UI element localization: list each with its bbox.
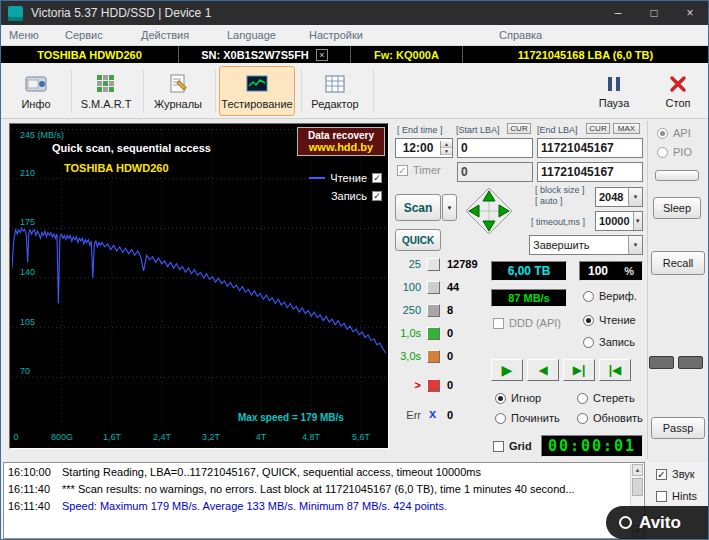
grid-checkbox-row[interactable]: Grid bbox=[493, 440, 532, 452]
start-lba-cur-button[interactable]: CUR bbox=[507, 123, 531, 134]
timeout-label: [ timeout,ms ] bbox=[531, 217, 585, 227]
x-tick-label: 2,4T bbox=[153, 432, 171, 442]
log-row: 16:11:40 Speed: Maximum 179 MB/s. Averag… bbox=[4, 497, 644, 514]
minimize-button[interactable]: – bbox=[600, 1, 636, 25]
hints-checkbox[interactable] bbox=[656, 491, 667, 502]
toolbar-label-smart: S.M.A.R.T bbox=[81, 98, 132, 110]
y-tick-label: 140 bbox=[20, 267, 35, 277]
radio-erase[interactable]: Стереть bbox=[577, 392, 635, 404]
chevron-down-icon[interactable]: ▼ bbox=[628, 236, 642, 254]
legend-read-checkbox[interactable]: ✓ bbox=[372, 173, 382, 183]
legend-write-checkbox[interactable]: ✓ bbox=[372, 191, 382, 201]
sound-checkbox-row[interactable]: ✓ Звук bbox=[656, 468, 695, 480]
small-flat-button[interactable] bbox=[655, 170, 699, 181]
lba-mirror-input[interactable]: 11721045167 bbox=[537, 162, 643, 182]
radio-remap[interactable]: Починить bbox=[495, 412, 560, 424]
legend-write[interactable]: Запись ✓ bbox=[331, 190, 382, 202]
jog-arrows-pad[interactable] bbox=[465, 187, 513, 235]
finish-action-combo[interactable]: Завершить ▼ bbox=[529, 235, 643, 255]
menu-item-actions[interactable]: Действия bbox=[141, 25, 189, 46]
toolbar-button-logs[interactable]: Журналы bbox=[147, 66, 209, 116]
drive-firmware: Fw: KQ000A bbox=[351, 46, 463, 63]
bucket-1s-label: 1,0s bbox=[389, 327, 421, 339]
step-forward-button[interactable]: ▶| bbox=[563, 359, 595, 381]
timeout-combo[interactable]: 10000 ▼ bbox=[595, 211, 643, 231]
refresh-radio-circle bbox=[577, 413, 588, 424]
radio-ignore[interactable]: Игнор bbox=[495, 392, 541, 404]
log-time: 16:11:40 bbox=[4, 500, 62, 512]
bucket-25-swatch bbox=[427, 258, 440, 271]
menu-item-menu[interactable]: Меню bbox=[9, 25, 39, 46]
ddd-api-checkbox[interactable] bbox=[493, 318, 504, 329]
menu-item-service[interactable]: Сервис bbox=[65, 25, 103, 46]
scrollbar-thumb[interactable] bbox=[632, 478, 643, 496]
radio-refresh[interactable]: Обновить bbox=[577, 412, 643, 424]
toolbar-button-test[interactable]: Тестирование bbox=[219, 66, 295, 116]
end-lba-max-button[interactable]: MAX bbox=[613, 123, 640, 134]
toolbar-button-smart[interactable]: S.M.A.R.T bbox=[75, 66, 137, 116]
write-radio-label: Запись bbox=[599, 336, 635, 348]
watermark-line2: www.hdd.by bbox=[302, 141, 380, 153]
menu-item-settings[interactable]: Настройки bbox=[309, 25, 363, 46]
serial-close-icon[interactable]: × bbox=[316, 49, 328, 61]
close-button[interactable]: × bbox=[672, 1, 708, 25]
passport-button[interactable]: Passp bbox=[651, 417, 705, 439]
block-size-combo[interactable]: 2048 ▼ bbox=[595, 187, 643, 207]
timer-checkbox-row[interactable]: ✓ Timer bbox=[397, 164, 441, 176]
start-lba-input[interactable]: 0 bbox=[457, 138, 533, 158]
y-tick-label: 70 bbox=[20, 366, 30, 376]
radio-verify[interactable]: Вериф. bbox=[583, 290, 637, 302]
radio-api[interactable]: API bbox=[657, 127, 691, 139]
scan-dropdown-button[interactable]: ▼ bbox=[442, 194, 457, 221]
grid-label: Grid bbox=[509, 440, 532, 452]
legend-read[interactable]: Чтение ✓ bbox=[309, 172, 382, 184]
recall-button[interactable]: Recall bbox=[651, 251, 705, 275]
step-back-button[interactable]: |◀ bbox=[599, 359, 631, 381]
scan-button[interactable]: Scan bbox=[395, 194, 441, 221]
end-lba-cur-button[interactable]: CUR bbox=[586, 123, 610, 134]
drive-capacity: 11721045168 LBA (6,0 TB) bbox=[463, 46, 708, 63]
bucket-over-count: 0 bbox=[447, 379, 453, 391]
chevron-down-icon[interactable]: ▼ bbox=[628, 188, 642, 206]
scroll-up-icon[interactable]: ▲ bbox=[632, 464, 643, 476]
chevron-down-icon[interactable]: ▼ bbox=[633, 212, 642, 230]
grid-checkbox[interactable] bbox=[493, 441, 504, 452]
bucket-3s-label: 3,0s bbox=[389, 350, 421, 362]
start-scan-button[interactable]: ▶ bbox=[491, 359, 523, 381]
toolbar-button-stop[interactable]: Стоп bbox=[651, 66, 705, 116]
graph-subtitle: TOSHIBA HDWD260 bbox=[64, 162, 169, 174]
log-time: 16:10:00 bbox=[4, 466, 62, 478]
toolbar-button-editor[interactable]: Редактор bbox=[303, 66, 367, 116]
toolbar-separator bbox=[215, 69, 216, 113]
end-lba-label: [End LBA] bbox=[537, 125, 578, 135]
percent-value: 100 bbox=[588, 264, 608, 278]
small-dark-button-1[interactable] bbox=[649, 356, 674, 369]
erase-radio-label: Стереть bbox=[593, 392, 635, 404]
sleep-button[interactable]: Sleep bbox=[653, 197, 701, 219]
radio-write[interactable]: Запись bbox=[583, 336, 635, 348]
small-dark-button-2[interactable] bbox=[678, 356, 703, 369]
hints-checkbox-row[interactable]: Hints bbox=[656, 490, 697, 502]
timer-checkbox[interactable]: ✓ bbox=[397, 165, 408, 176]
radio-read[interactable]: Чтение bbox=[583, 314, 636, 326]
toolbar-separator bbox=[143, 69, 144, 113]
maximize-button[interactable]: □ bbox=[636, 1, 672, 25]
bucket-1s-swatch bbox=[427, 327, 440, 340]
end-lba-input[interactable]: 11721045167 bbox=[537, 138, 643, 158]
toolbar-button-info[interactable]: Инфо bbox=[7, 66, 65, 116]
drive-model: TOSHIBA HDWD260 bbox=[1, 46, 179, 63]
ddd-api-checkbox-row[interactable]: DDD (API) bbox=[493, 317, 561, 329]
app-window: Victoria 5.37 HDD/SSD | Device 1 – □ × М… bbox=[0, 0, 709, 540]
sound-checkbox[interactable]: ✓ bbox=[656, 469, 667, 480]
end-time-spinner[interactable]: 12:00 ▲▼ bbox=[395, 138, 453, 158]
smart-grid-icon bbox=[95, 73, 117, 95]
back-button[interactable]: ◀ bbox=[527, 359, 559, 381]
menu-item-language[interactable]: Language bbox=[227, 25, 276, 46]
end-time-spin-arrows[interactable]: ▲▼ bbox=[440, 141, 452, 155]
radio-pio[interactable]: PIO bbox=[657, 146, 692, 158]
menu-item-help[interactable]: Справка bbox=[499, 25, 542, 46]
watermark-box: Data recovery www.hdd.by bbox=[297, 127, 385, 156]
quick-button[interactable]: QUICK bbox=[395, 229, 441, 251]
app-icon bbox=[8, 6, 23, 21]
toolbar-button-pause[interactable]: Пауза bbox=[585, 66, 643, 116]
